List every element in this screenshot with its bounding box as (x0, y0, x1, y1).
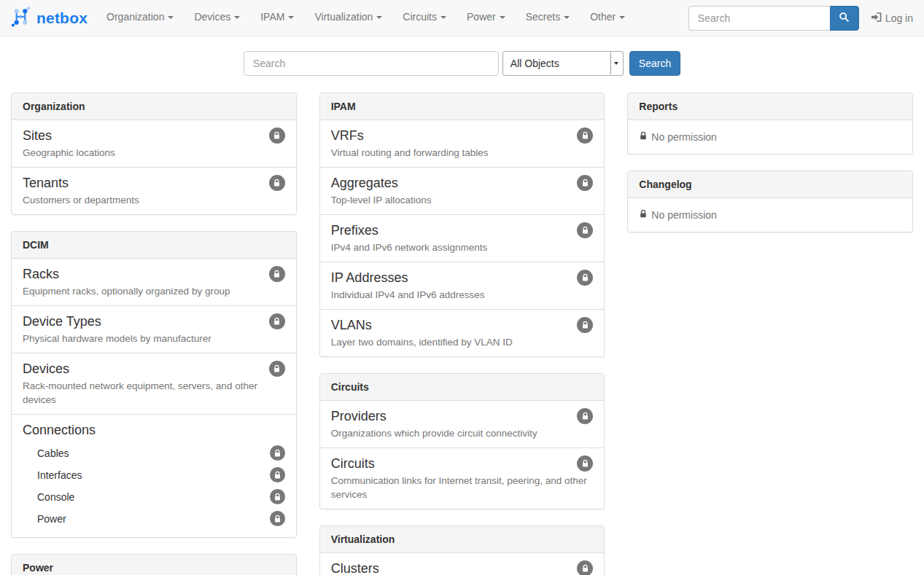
column-right: Reports No permission Changelog No permi… (627, 93, 913, 249)
no-permission-text: No permission (651, 131, 716, 143)
item-description: Top-level IP allocations (331, 193, 594, 207)
list-item-prefixes: Prefixes IPv4 and IPv6 network assignmen… (320, 215, 605, 262)
panel-organization: Organization Sites Geographic locations … (11, 93, 297, 215)
login-label: Log in (885, 12, 913, 24)
vlans-link[interactable]: VLANs (331, 317, 372, 334)
sign-in-icon (871, 12, 882, 25)
menu-virtualization[interactable]: Virtualization (304, 0, 392, 36)
lock-icon (577, 560, 593, 575)
chevron-down-icon (288, 16, 294, 19)
list-item-connections: Connections Cables Interfaces Console Po… (12, 415, 296, 537)
connection-row-console: Console (23, 486, 285, 508)
racks-link[interactable]: Racks (23, 266, 59, 283)
panel-dcim: DCIM Racks Equipment racks, optionally o… (11, 231, 297, 538)
list-item-clusters: Clusters (320, 553, 605, 575)
lock-icon (577, 128, 593, 144)
item-description: IPv4 and IPv6 network assignments (331, 240, 594, 254)
lock-icon (577, 455, 593, 472)
menu-devices[interactable]: Devices (184, 0, 250, 36)
prefixes-link[interactable]: Prefixes (331, 222, 378, 239)
providers-link[interactable]: Providers (331, 408, 387, 425)
chevron-down-icon (564, 16, 570, 19)
search-icon (839, 12, 850, 25)
panel-heading: Virtualization (320, 526, 605, 553)
ip-addresses-link[interactable]: IP Addresses (331, 270, 408, 286)
sites-link[interactable]: Sites (23, 128, 52, 144)
devices-link[interactable]: Devices (23, 361, 69, 378)
cables-link[interactable]: Cables (37, 447, 69, 459)
panel-heading: IPAM (320, 93, 605, 120)
connection-row-power: Power (23, 508, 285, 530)
chevron-down-icon (619, 16, 625, 19)
main-menu: Organization Devices IPAM Virtualization… (96, 0, 635, 36)
lock-icon (270, 489, 285, 504)
lock-icon (270, 445, 285, 461)
menu-other[interactable]: Other (580, 0, 635, 36)
navbar-search-input[interactable] (688, 6, 830, 31)
connections-title: Connections (23, 422, 285, 439)
lock-icon (577, 408, 593, 424)
item-description: Virtual routing and forwarding tables (331, 146, 594, 160)
changelog-no-permission: No permission (628, 198, 912, 232)
list-item-device-types: Device Types Physical hardware models by… (12, 306, 296, 353)
chevron-down-icon (500, 16, 505, 19)
aggregates-link[interactable]: Aggregates (331, 175, 398, 192)
panel-ipam: IPAM VRFs Virtual routing and forwarding… (319, 93, 605, 357)
no-permission-text: No permission (651, 209, 716, 221)
global-search-bar: All Objects Search (0, 51, 924, 76)
tenants-link[interactable]: Tenants (23, 175, 69, 192)
interfaces-link[interactable]: Interfaces (37, 469, 82, 481)
object-type-select[interactable]: All Objects (502, 51, 624, 76)
menu-power[interactable]: Power (457, 0, 516, 36)
lock-icon (270, 511, 285, 526)
item-description: Equipment racks, optionally organized by… (23, 284, 285, 298)
lock-icon (577, 175, 593, 191)
panel-circuits: Circuits Providers Organizations which p… (319, 373, 605, 509)
navbar-search-button[interactable] (830, 6, 859, 31)
list-item-sites: Sites Geographic locations (12, 120, 296, 168)
power-connections-link[interactable]: Power (37, 513, 66, 525)
device-types-link[interactable]: Device Types (23, 313, 101, 330)
lock-icon (269, 128, 285, 144)
lock-icon (269, 313, 285, 329)
netbox-logo-icon (10, 6, 31, 30)
chevron-down-icon (440, 16, 446, 19)
lock-icon (639, 209, 648, 221)
panel-changelog: Changelog No permission (627, 171, 913, 232)
list-item-vlans: VLANs Layer two domains, identified by V… (320, 310, 605, 356)
menu-circuits[interactable]: Circuits (392, 0, 457, 36)
console-link[interactable]: Console (37, 491, 74, 503)
item-description: Rack-mounted network equipment, servers,… (23, 379, 285, 407)
netbox-brand[interactable]: netbox (0, 6, 96, 30)
list-item-devices: Devices Rack-mounted network equipment, … (12, 353, 296, 415)
clusters-link[interactable]: Clusters (331, 560, 379, 575)
lock-icon (639, 131, 648, 143)
global-search-button[interactable]: Search (629, 51, 680, 76)
panel-heading: Organization (12, 93, 296, 120)
menu-secrets[interactable]: Secrets (516, 0, 580, 36)
global-search-input[interactable] (244, 51, 499, 76)
panel-virtualization: Virtualization Clusters (319, 525, 605, 575)
panel-heading: Power (12, 555, 296, 575)
navbar-search-form (688, 6, 859, 31)
navbar-right: Log in (688, 6, 924, 31)
reports-no-permission: No permission (628, 120, 912, 154)
menu-ipam[interactable]: IPAM (250, 0, 304, 36)
login-link[interactable]: Log in (871, 12, 913, 25)
list-item-circuits: Circuits Communication links for Interne… (320, 448, 605, 509)
list-item-providers: Providers Organizations which provide ci… (320, 401, 605, 448)
panel-heading: DCIM (12, 232, 296, 259)
chevron-down-icon (376, 16, 382, 19)
top-navbar: netbox Organization Devices IPAM Virtual… (0, 0, 924, 36)
connection-row-interfaces: Interfaces (23, 464, 285, 486)
vrfs-link[interactable]: VRFs (331, 128, 364, 144)
chevron-down-icon (168, 16, 174, 19)
menu-organization[interactable]: Organization (96, 0, 184, 36)
item-description: Geographic locations (23, 146, 285, 160)
circuits-link[interactable]: Circuits (331, 455, 375, 472)
lock-icon (269, 361, 285, 377)
item-description: Communication links for Internet transit… (331, 474, 594, 501)
item-description: Customers or departments (23, 193, 285, 207)
item-description: Physical hardware models by manufacturer (23, 332, 285, 345)
lock-icon (577, 222, 593, 238)
